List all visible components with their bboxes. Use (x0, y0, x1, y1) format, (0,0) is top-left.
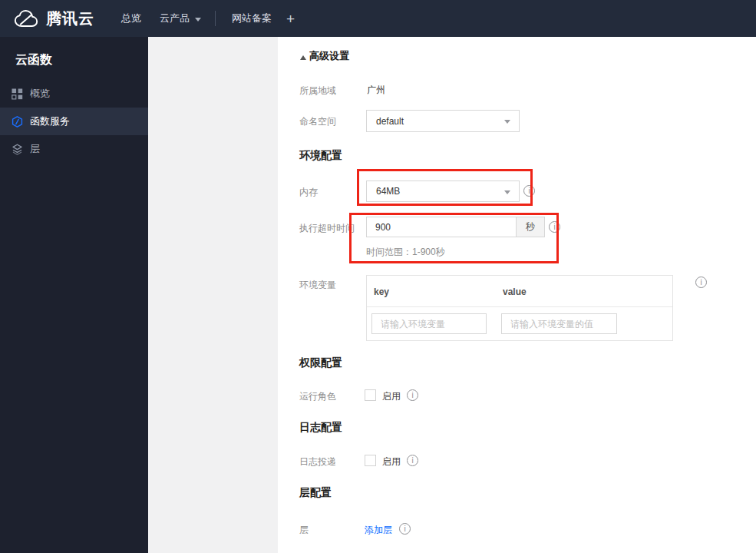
perm-config-heading: 权限配置 (299, 356, 342, 370)
env-vars-key-header: key (374, 286, 389, 297)
env-vars-table: key value (366, 275, 673, 341)
log-delivery-enable-label: 启用 (382, 455, 401, 469)
nav-item-website-icp[interactable]: 网站备案 (232, 12, 272, 25)
sidebar-item-overview[interactable]: 概览 (0, 80, 148, 108)
timeout-field: 秒 (366, 217, 545, 237)
log-config-heading: 日志配置 (299, 421, 342, 435)
function-list-panel (148, 37, 278, 553)
sidebar: 云函数 概览 函数服务 (0, 37, 148, 553)
navbar-divider (215, 11, 216, 26)
namespace-select[interactable]: default (366, 110, 520, 132)
add-nav-tab-button[interactable]: + (286, 12, 295, 26)
timeout-input[interactable] (366, 217, 517, 237)
advanced-settings-toggle[interactable]: 高级设置 (309, 49, 349, 63)
run-role-enable-label: 启用 (382, 390, 401, 403)
run-role-checkbox[interactable] (365, 389, 376, 401)
collapse-triangle-icon (300, 55, 306, 60)
layer-config-heading: 层配置 (299, 486, 332, 500)
nav-item-overview[interactable]: 总览 (121, 12, 141, 25)
memory-select[interactable]: 64MB (366, 180, 520, 202)
log-delivery-info-icon[interactable]: i (407, 455, 418, 466)
chevron-down-icon (195, 18, 201, 22)
sidebar-item-layers[interactable]: 层 (0, 135, 148, 163)
log-delivery-checkbox[interactable] (365, 455, 376, 466)
timeout-unit-button[interactable]: 秒 (517, 217, 545, 237)
env-config-heading: 环境配置 (299, 149, 342, 163)
sidebar-item-label: 层 (30, 142, 40, 156)
run-role-label: 运行角色 (299, 390, 336, 403)
env-var-value-input[interactable] (501, 313, 617, 334)
sidebar-title: 云函数 (15, 52, 148, 68)
memory-label: 内存 (299, 186, 318, 199)
top-navbar: 腾讯云 总览 云产品 网站备案 + (0, 0, 756, 37)
namespace-selected-value: default (376, 116, 404, 127)
env-vars-label: 环境变量 (299, 279, 336, 292)
chevron-down-icon (504, 120, 510, 124)
log-delivery-label: 日志投递 (299, 455, 336, 469)
region-label: 所属地域 (299, 84, 336, 98)
sidebar-item-label: 函数服务 (30, 114, 70, 128)
add-layer-link[interactable]: 添加层 (365, 524, 392, 537)
add-layer-info-icon[interactable]: i (399, 523, 411, 535)
function-config-form: 高级设置 所属地域 广州 命名空间 default 环境配置 内存 64MB i… (278, 37, 756, 553)
cloud-logo-icon (13, 9, 39, 28)
memory-selected-value: 64MB (376, 186, 400, 197)
timeout-label: 执行超时时间 (299, 222, 355, 235)
tencent-cloud-console-page: 腾讯云 总览 云产品 网站备案 + 云函数 概览 (0, 0, 756, 553)
run-role-info-icon[interactable]: i (407, 389, 418, 401)
sidebar-menu: 概览 函数服务 层 (0, 80, 148, 163)
layers-icon (12, 144, 23, 155)
nav-item-cloud-products[interactable]: 云产品 (160, 12, 201, 25)
timeout-range-hint: 时间范围：1-900秒 (366, 246, 445, 259)
env-var-key-input[interactable] (371, 313, 487, 334)
layer-label: 层 (299, 524, 309, 537)
env-vars-info-icon[interactable]: i (695, 276, 707, 288)
brand-name: 腾讯云 (46, 8, 94, 29)
chevron-down-icon (504, 190, 510, 194)
timeout-info-icon[interactable]: i (549, 221, 560, 233)
namespace-label: 命名空间 (299, 115, 336, 128)
sidebar-item-function-service[interactable]: 函数服务 (0, 108, 148, 135)
sidebar-item-label: 概览 (30, 87, 50, 101)
env-vars-header-row: key value (367, 276, 672, 307)
function-hexagon-icon (12, 116, 23, 127)
memory-info-icon[interactable]: i (523, 185, 535, 197)
region-value: 广州 (367, 84, 385, 97)
brand-logo[interactable]: 腾讯云 (13, 8, 94, 29)
env-vars-value-header: value (503, 286, 527, 297)
grid-icon (12, 88, 23, 100)
